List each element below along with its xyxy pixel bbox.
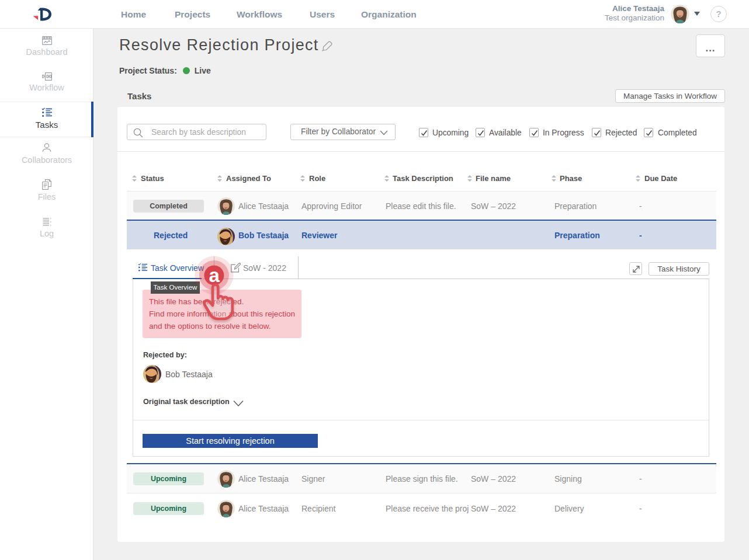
svg-text:a: a	[209, 265, 220, 286]
